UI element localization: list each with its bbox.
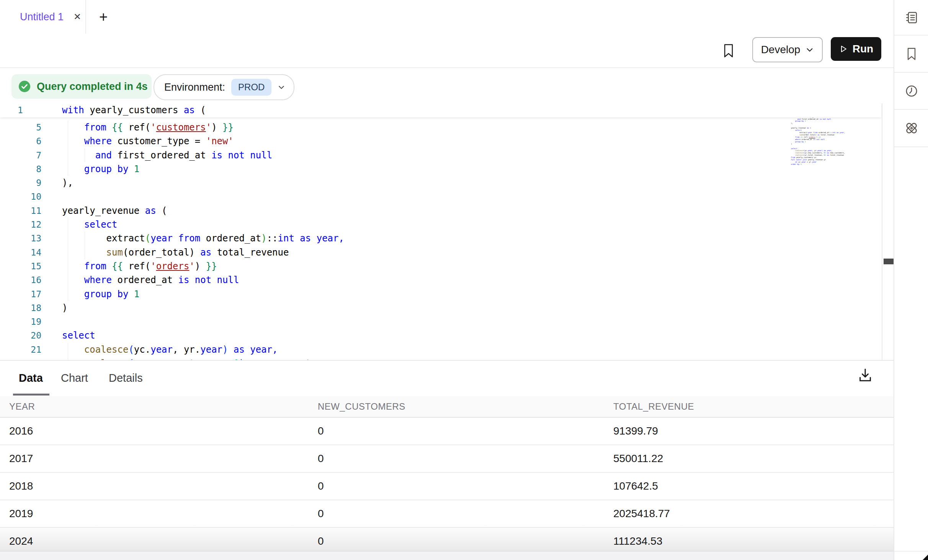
code-line: 15 from {{ ref('orders') }} [0,259,881,273]
column-header[interactable]: YEAR [0,396,318,417]
line-number: 15 [0,259,41,273]
download-results-button[interactable] [858,367,873,384]
line-number: 18 [0,301,41,315]
tab-data[interactable]: Data [19,361,43,396]
active-tab-indicator [13,394,49,396]
code-line: 9), [0,176,881,190]
sticky-code-line: 1with yearly_customers as ( [0,103,881,117]
line-number: 10 [0,190,41,203]
sidebar-notebook-button[interactable] [894,0,928,36]
code-line: 5 from {{ ref('customers') }} [0,120,881,134]
environment-selector[interactable]: Environment: PROD [154,74,294,100]
editor-scrollbar[interactable] [882,103,894,360]
table-cell: 2018 [0,472,318,500]
tab-untitled-1[interactable]: Untitled 1 ✕ [0,0,81,34]
table-row[interactable]: 201902025418.77 [0,500,894,527]
code-line: 20select [0,329,881,342]
tab-details[interactable]: Details [109,361,143,396]
develop-dropdown[interactable]: Develop [752,37,823,62]
play-icon [839,44,848,54]
tab-divider [85,0,86,34]
query-status-badge: Query completed in 4s [11,74,152,99]
line-number: 20 [0,329,41,342]
code-editor[interactable]: 5 from {{ ref('customers') }}6 where cus… [0,103,894,360]
resize-grip[interactable] [923,554,928,560]
horizontal-scrollbar-track[interactable] [0,551,894,560]
line-number: 19 [0,315,41,329]
code-line: 18) [0,301,881,315]
column-header[interactable]: TOTAL_REVENUE [613,396,894,417]
line-number: 1 [18,103,23,117]
table-cell: 2025418.77 [613,500,894,527]
scrollbar-cursor-marker[interactable] [884,259,894,264]
table-cell: 2017 [0,445,318,472]
table-cell: 91399.79 [613,417,894,445]
code-line: 7 and first_ordered_at is not null [0,148,881,162]
code-line: 16 where ordered_at is not null [0,273,881,287]
code-line: 22 coalesce(yc.new_customers, 0) as new_… [0,357,881,360]
environment-label: Environment: [164,81,225,93]
sidebar-bookmarks-button[interactable] [894,36,928,73]
table-cell: 0 [318,417,613,445]
line-number: 17 [0,287,41,301]
bookmark-button[interactable] [722,43,735,59]
table-cell: 2016 [0,417,318,445]
bookmark-icon [905,47,918,61]
ide-window: Untitled 1 ✕ + Develop Run [0,0,928,560]
line-number: 21 [0,343,41,357]
table-cell: 0 [318,445,613,472]
chevron-down-icon [805,46,814,54]
develop-label: Develop [761,44,801,56]
sidebar-lineage-button[interactable] [894,110,928,147]
download-icon [858,367,873,384]
line-number: 12 [0,218,41,231]
sidebar-divider [894,551,928,552]
table-cell: 0 [318,500,613,527]
code-line: 17 group by 1 [0,287,881,301]
table-row[interactable]: 20170550011.22 [0,445,894,472]
check-circle-icon [18,80,31,93]
line-number: 7 [0,148,41,162]
table-row[interactable]: 2016091399.79 [0,417,894,445]
sticky-scroll-line: 1with yearly_customers as ( [0,103,881,117]
code-line: 10 [0,190,881,203]
code-line: 11yearly_revenue as ( [0,204,881,218]
line-number: 6 [0,134,41,148]
clock-icon [905,84,918,98]
table-cell: 0 [318,472,613,500]
tab-chart[interactable]: Chart [61,361,88,396]
knot-icon [904,121,919,135]
code-line: 21 coalesce(yc.year, yr.year) as year, [0,343,881,357]
code-line: 14 sum(order_total) as total_revenue [0,246,881,259]
run-button[interactable]: Run [831,37,881,61]
table-row[interactable]: 20180107642.5 [0,472,894,500]
line-number: 11 [0,204,41,218]
results-tab-bar: Data Chart Details [0,361,894,397]
line-number: 22 [0,357,41,360]
plus-icon: + [99,9,108,25]
new-tab-button[interactable]: + [92,0,115,34]
sidebar-history-button[interactable] [894,73,928,110]
code-lines: 5 from {{ ref('customers') }}6 where cus… [0,120,881,360]
table-cell: 550011.22 [613,445,894,472]
table-header-row: YEARNEW_CUSTOMERSTOTAL_REVENUE [0,396,894,417]
code-line: 6 where customer_type = 'new' [0,134,881,148]
close-icon[interactable]: ✕ [74,12,81,21]
code-line: 19 [0,315,881,329]
line-number: 16 [0,273,41,287]
column-header[interactable]: NEW_CUSTOMERS [318,396,613,417]
environment-value-badge: PROD [231,79,271,96]
code-line: 8 group by 1 [0,162,881,176]
code-line: 12 select [0,218,881,231]
line-number: 8 [0,162,41,176]
line-number: 9 [0,176,41,190]
line-number: 14 [0,246,41,259]
right-sidebar [894,0,928,560]
line-number: 13 [0,231,41,245]
tab-bar: Untitled 1 ✕ + [0,0,894,34]
results-table: YEARNEW_CUSTOMERSTOTAL_REVENUE 201609139… [0,396,894,555]
table-cell: 2019 [0,500,318,527]
chevron-down-icon [278,83,285,91]
notebook-icon [905,11,918,24]
query-status-text: Query completed in 4s [37,81,148,93]
